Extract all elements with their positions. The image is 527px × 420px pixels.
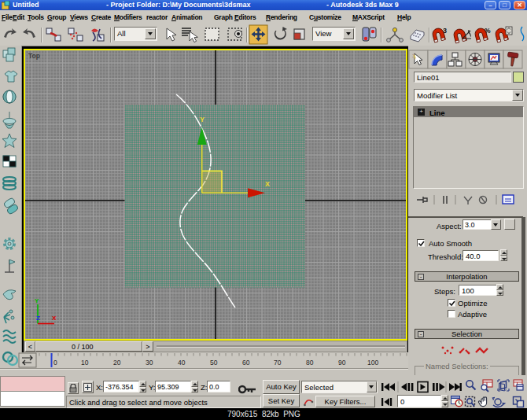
svg-text:50: 50	[210, 359, 218, 367]
svg-text:30: 30	[146, 359, 153, 367]
svg-text:X: X	[52, 315, 57, 322]
svg-text:60: 60	[242, 359, 250, 367]
svg-text:Y: Y	[35, 297, 39, 304]
svg-text:90: 90	[338, 359, 346, 367]
svg-text:Z: Z	[36, 315, 40, 322]
svg-text:10: 10	[81, 359, 89, 367]
svg-text:Y: Y	[200, 116, 205, 123]
svg-text:80: 80	[306, 359, 314, 367]
svg-text:3: 3	[443, 27, 447, 35]
svg-text:%: %	[485, 27, 491, 35]
svg-text:0: 0	[53, 359, 57, 367]
svg-text:X: X	[265, 180, 270, 188]
svg-text:100: 100	[367, 359, 378, 367]
svg-text:20: 20	[113, 359, 121, 367]
svg-text:Top: Top	[28, 52, 40, 60]
svg-text:40: 40	[178, 359, 186, 367]
svg-text:70: 70	[274, 359, 282, 367]
